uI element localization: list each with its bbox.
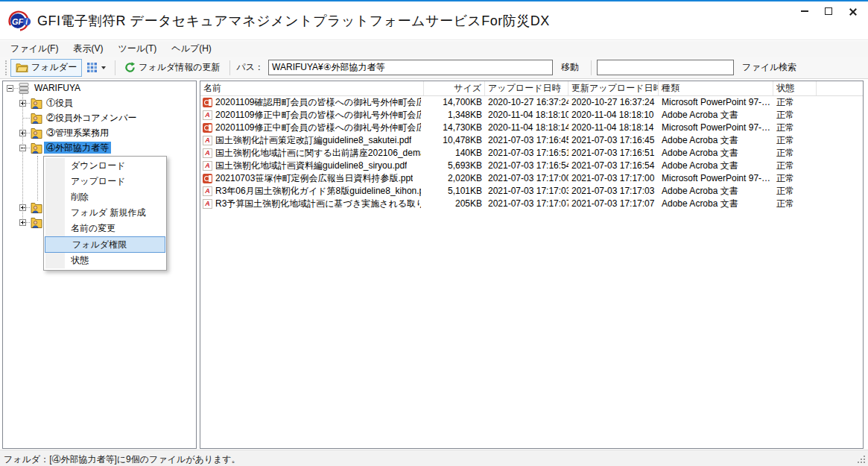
menu-bar: ファイル(F) 表示(V) ツール(T) ヘルプ(H) [0,41,868,57]
file-size: 5,693KB [424,160,485,172]
file-type: Adobe Acroba 文書 [659,198,773,210]
tree-stub-line [23,222,30,223]
file-status: 正常 [773,147,817,160]
tree-node-folder-1[interactable]: ①役員 [3,96,196,110]
server-icon [18,83,30,94]
shared-folder-icon [31,142,42,154]
context-menu-item-delete[interactable]: 削除 [44,189,166,205]
file-type: Microsoft PowerPoint 97-… [659,96,773,109]
file-row[interactable]: 20201109修正中町会員の皆様への御礼号外仲町会広… 1,348KB 202… [200,109,863,122]
maximize-button[interactable] [819,4,838,18]
toolbar-grip[interactable] [5,60,8,75]
close-button[interactable] [843,4,862,18]
folder-button-label: フォルダー [31,61,77,74]
tree-node-folder-2[interactable]: ②役員外コアメンバー [3,111,196,125]
file-row[interactable]: 国土強靭化計画策定改訂編guideline8_sakutei.pdf 10,47… [200,134,863,147]
tree-node-folder-4-selected[interactable]: ④外部協力者等 [3,141,196,155]
list-header: 名前 サイズ アップロード日時 更新アップロード日時 種類 状態 [200,81,863,96]
file-name: 20210703笹塚仲町定例会広報当日資料持参版.ppt [215,172,413,185]
refresh-folder-info-button[interactable]: フォルダ情報の更新 [119,59,225,77]
gfi-logo-icon: GF i [7,9,33,33]
file-row[interactable]: R3年06月国土強靭化ガイド第8版guideline8_kihon.pdf 5,… [200,185,863,198]
menu-help[interactable]: ヘルプ(H) [164,41,219,57]
folder-view-toggle-button[interactable]: フォルダー [10,59,82,77]
toolbar: フォルダー フォルダ情報の更新 パス： [0,57,868,79]
file-type-icon [203,136,212,145]
column-header-name[interactable]: 名前 [200,81,424,95]
file-updated: 2020-10-27 16:37:24 [568,96,659,109]
column-header-type[interactable]: 種類 [659,81,773,95]
file-name: R3予算国土強靭化地域計画に基づき実施される取り組… [215,198,421,210]
column-header-size[interactable]: サイズ [424,81,485,95]
file-row[interactable]: 20210703笹塚仲町定例会広報当日資料持参版.ppt 2,020KB 202… [200,172,863,185]
column-header-status[interactable]: 状態 [773,81,817,95]
file-type-icon [203,199,212,209]
file-updated: 2021-07-03 17:17:07 [568,198,659,210]
shared-folder-icon [31,113,42,124]
file-type-icon [203,98,212,107]
file-uploaded: 2021-07-03 17:17:00 [485,172,568,185]
tree-node-folder-3[interactable]: ③管理系業務用 [3,126,196,140]
path-label: パス： [237,61,264,74]
file-updated: 2021-07-03 17:16:45 [568,134,659,147]
refresh-icon [124,62,136,73]
file-status: 正常 [773,160,817,172]
file-name: 国土強靭化地域計画資料編guideline8_siryou.pdf [215,160,407,172]
menu-tools[interactable]: ツール(T) [110,41,164,57]
column-header-uploaded[interactable]: アップロード日時 [485,81,568,95]
collapse-expander-icon[interactable] [7,85,13,92]
file-type-icon [203,174,212,183]
tree-node-label-selected[interactable]: ④外部協力者等 [44,142,111,154]
tree-node-label[interactable]: ①役員 [44,97,75,109]
file-updated: 2020-11-04 18:18:10 [568,109,659,122]
context-menu-item-folder-permissions[interactable]: フォルダ権限 [45,236,165,253]
context-menu-item-state[interactable]: 状態 [44,253,166,268]
file-search-button[interactable]: ファイル検索 [734,59,805,77]
menu-file[interactable]: ファイル(F) [3,41,66,57]
file-type: Adobe Acroba 文書 [659,134,773,147]
tree-node-label[interactable]: ②役員外コアメンバー [44,112,139,124]
refresh-button-label: フォルダ情報の更新 [139,61,220,74]
file-name: 20201109確認用町会員の皆様への御礼号外仲町会広… [215,96,421,109]
tree-node-label[interactable]: ③管理系業務用 [44,127,111,139]
shared-folder-icon [31,98,42,109]
file-uploaded: 2021-07-03 17:16:54 [485,160,568,172]
file-size: 140KB [424,147,485,160]
file-row[interactable]: 20201109確認用町会員の皆様への御礼号外仲町会広… 14,700KB 20… [200,96,863,109]
title-bar: GF i GFI電子割符R データセキュアマネジメントプラットフォームサービスF… [0,1,868,40]
context-menu-item-download[interactable]: ダウンロード [44,158,166,174]
file-updated: 2020-11-04 18:18:14 [568,122,659,134]
file-row[interactable]: 国土強靭化地域計画資料編guideline8_siryou.pdf 5,693K… [200,160,863,172]
file-name: 20201109修正中町会員の皆様への御礼号外仲町会広… [215,109,421,122]
path-input[interactable] [268,60,553,75]
file-type-icon [203,161,212,171]
file-uploaded: 2021-07-03 17:17:07 [485,198,568,210]
view-mode-dropdown-button[interactable] [82,59,111,77]
minimize-button[interactable] [795,4,814,18]
file-row[interactable]: 国土強靭化地域計画に関する出前講座202106_demae… 140KB 202… [200,147,863,160]
file-status: 正常 [773,198,817,210]
move-button[interactable]: 移動 [553,59,587,77]
file-row[interactable]: 20201109修正中町会員の皆様への御礼号外仲町会広… 14,730KB 20… [200,122,863,134]
tree-node-label[interactable]: WARIFUYA [32,82,83,94]
shared-folder-icon [31,217,42,228]
grid-view-icon [87,63,97,72]
file-uploaded: 2021-07-03 17:16:45 [485,134,568,147]
file-status: 正常 [773,109,817,122]
context-menu-item-rename[interactable]: 名前の変更 [44,221,166,236]
toolbar-separator [229,60,230,75]
file-row[interactable]: R3予算国土強靭化地域計画に基づき実施される取り組… 205KB 2021-07… [200,198,863,210]
file-type: Adobe Acroba 文書 [659,147,773,160]
context-menu-item-new-folder[interactable]: フォルダ 新規作成 [44,205,166,221]
tree-node-root[interactable]: WARIFUYA [3,81,196,95]
file-name: 20201109修正中町会員の皆様への御礼号外仲町会広… [215,122,421,134]
toolbar-separator [591,60,592,75]
menu-view[interactable]: 表示(V) [66,41,110,57]
file-size: 5,101KB [424,185,485,198]
file-uploaded: 2020-10-27 16:37:24 [485,96,568,109]
context-menu-item-upload[interactable]: アップロード [44,174,166,189]
resize-grip[interactable] [856,454,866,464]
tree-stub-line [23,133,30,133]
column-header-updated[interactable]: 更新アップロード日時 [568,81,659,95]
file-search-input[interactable] [597,60,734,75]
